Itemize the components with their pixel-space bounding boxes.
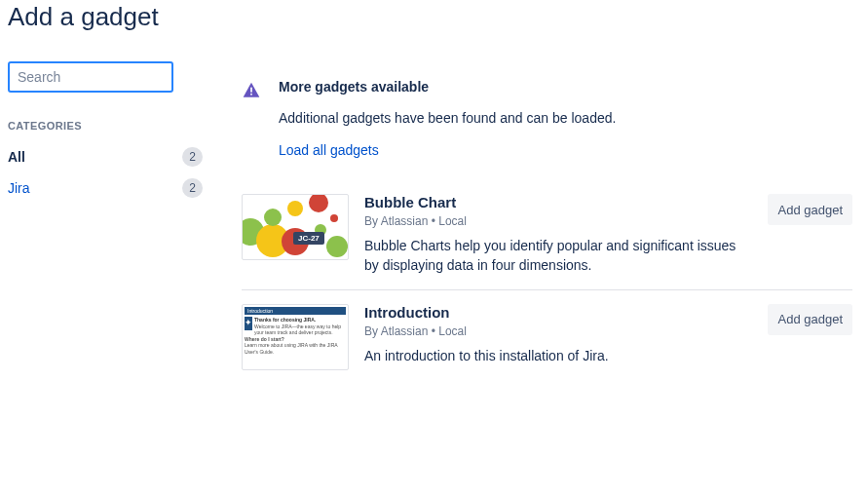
load-all-gadgets-link[interactable]: Load all gadgets	[279, 142, 379, 158]
category-count-badge: 2	[182, 178, 203, 198]
gadget-title: Bubble Chart	[364, 194, 752, 210]
main-content: More gadgets available Additional gadget…	[242, 61, 860, 384]
add-gadget-button[interactable]: Add gadget	[768, 194, 852, 225]
svg-rect-0	[250, 88, 252, 93]
page-title: Add a gadget	[8, 0, 860, 61]
add-gadget-button[interactable]: Add gadget	[768, 304, 852, 335]
gadget-thumbnail: Introduction ✦ Thanks for choosing JIRA.…	[242, 304, 349, 370]
svg-rect-1	[250, 94, 252, 95]
gadget-meta: By Atlassian • Local	[364, 214, 752, 228]
category-label: Jira	[8, 180, 30, 196]
category-all[interactable]: All 2	[8, 141, 203, 172]
category-label: All	[8, 149, 25, 165]
category-jira[interactable]: Jira 2	[8, 172, 203, 204]
gadget-description: An introduction to this installation of …	[364, 346, 752, 365]
banner-text: Additional gadgets have been found and c…	[279, 110, 616, 126]
warning-icon	[242, 81, 261, 100]
gadget-row-bubble-chart: JC-27 Bubble Chart By Atlassian • Local …	[242, 180, 852, 290]
sidebar: CATEGORIES All 2 Jira 2	[8, 61, 203, 384]
gadget-row-introduction: Introduction ✦ Thanks for choosing JIRA.…	[242, 290, 852, 384]
gadget-title: Introduction	[364, 304, 752, 321]
gadget-description: Bubble Charts help you identify popular …	[364, 236, 752, 276]
search-input[interactable]	[8, 61, 173, 93]
banner-title: More gadgets available	[279, 79, 616, 95]
category-count-badge: 2	[182, 147, 203, 167]
thumb-tag: JC-27	[293, 232, 324, 245]
more-gadgets-banner: More gadgets available Additional gadget…	[242, 79, 852, 159]
categories-heading: CATEGORIES	[8, 120, 203, 132]
gadget-thumbnail: JC-27	[242, 194, 349, 260]
gadget-meta: By Atlassian • Local	[364, 324, 752, 338]
